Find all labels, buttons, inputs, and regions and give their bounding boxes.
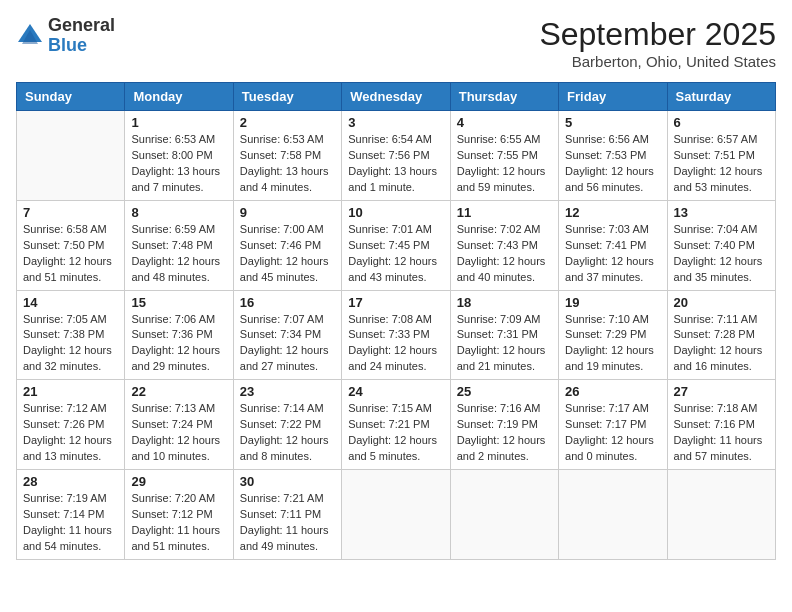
day-number: 20 bbox=[674, 295, 769, 310]
calendar-cell: 12Sunrise: 7:03 AMSunset: 7:41 PMDayligh… bbox=[559, 200, 667, 290]
day-info: Sunrise: 7:02 AMSunset: 7:43 PMDaylight:… bbox=[457, 222, 552, 286]
daylight-text: Daylight: 12 hours and 27 minutes. bbox=[240, 344, 329, 372]
month-title: September 2025 bbox=[539, 16, 776, 53]
sunrise-text: Sunrise: 7:07 AM bbox=[240, 313, 324, 325]
daylight-text: Daylight: 12 hours and 59 minutes. bbox=[457, 165, 546, 193]
day-number: 29 bbox=[131, 474, 226, 489]
day-info: Sunrise: 7:01 AMSunset: 7:45 PMDaylight:… bbox=[348, 222, 443, 286]
daylight-text: Daylight: 12 hours and 35 minutes. bbox=[674, 255, 763, 283]
day-info: Sunrise: 7:06 AMSunset: 7:36 PMDaylight:… bbox=[131, 312, 226, 376]
day-info: Sunrise: 6:53 AMSunset: 8:00 PMDaylight:… bbox=[131, 132, 226, 196]
daylight-text: Daylight: 11 hours and 57 minutes. bbox=[674, 434, 763, 462]
calendar-cell bbox=[342, 470, 450, 560]
calendar-cell: 2Sunrise: 6:53 AMSunset: 7:58 PMDaylight… bbox=[233, 111, 341, 201]
calendar-cell: 11Sunrise: 7:02 AMSunset: 7:43 PMDayligh… bbox=[450, 200, 558, 290]
sunrise-text: Sunrise: 7:03 AM bbox=[565, 223, 649, 235]
calendar-cell: 18Sunrise: 7:09 AMSunset: 7:31 PMDayligh… bbox=[450, 290, 558, 380]
weekday-header-sunday: Sunday bbox=[17, 83, 125, 111]
sunrise-text: Sunrise: 6:53 AM bbox=[240, 133, 324, 145]
sunrise-text: Sunrise: 7:15 AM bbox=[348, 402, 432, 414]
sunset-text: Sunset: 7:12 PM bbox=[131, 508, 212, 520]
sunset-text: Sunset: 7:46 PM bbox=[240, 239, 321, 251]
sunset-text: Sunset: 7:56 PM bbox=[348, 149, 429, 161]
calendar-cell: 5Sunrise: 6:56 AMSunset: 7:53 PMDaylight… bbox=[559, 111, 667, 201]
calendar-cell: 13Sunrise: 7:04 AMSunset: 7:40 PMDayligh… bbox=[667, 200, 775, 290]
sunset-text: Sunset: 7:21 PM bbox=[348, 418, 429, 430]
sunset-text: Sunset: 7:43 PM bbox=[457, 239, 538, 251]
day-info: Sunrise: 7:11 AMSunset: 7:28 PMDaylight:… bbox=[674, 312, 769, 376]
sunset-text: Sunset: 7:53 PM bbox=[565, 149, 646, 161]
location-text: Barberton, Ohio, United States bbox=[539, 53, 776, 70]
day-info: Sunrise: 7:04 AMSunset: 7:40 PMDaylight:… bbox=[674, 222, 769, 286]
calendar-cell: 15Sunrise: 7:06 AMSunset: 7:36 PMDayligh… bbox=[125, 290, 233, 380]
calendar-cell bbox=[559, 470, 667, 560]
day-number: 19 bbox=[565, 295, 660, 310]
daylight-text: Daylight: 13 hours and 7 minutes. bbox=[131, 165, 220, 193]
calendar-cell: 24Sunrise: 7:15 AMSunset: 7:21 PMDayligh… bbox=[342, 380, 450, 470]
sunrise-text: Sunrise: 6:56 AM bbox=[565, 133, 649, 145]
calendar-table: SundayMondayTuesdayWednesdayThursdayFrid… bbox=[16, 82, 776, 560]
day-info: Sunrise: 6:54 AMSunset: 7:56 PMDaylight:… bbox=[348, 132, 443, 196]
day-info: Sunrise: 7:03 AMSunset: 7:41 PMDaylight:… bbox=[565, 222, 660, 286]
daylight-text: Daylight: 12 hours and 56 minutes. bbox=[565, 165, 654, 193]
daylight-text: Daylight: 12 hours and 53 minutes. bbox=[674, 165, 763, 193]
day-number: 26 bbox=[565, 384, 660, 399]
weekday-header-wednesday: Wednesday bbox=[342, 83, 450, 111]
sunrise-text: Sunrise: 7:16 AM bbox=[457, 402, 541, 414]
week-row-3: 14Sunrise: 7:05 AMSunset: 7:38 PMDayligh… bbox=[17, 290, 776, 380]
sunrise-text: Sunrise: 7:11 AM bbox=[674, 313, 758, 325]
daylight-text: Daylight: 12 hours and 32 minutes. bbox=[23, 344, 112, 372]
sunset-text: Sunset: 7:38 PM bbox=[23, 328, 104, 340]
day-number: 24 bbox=[348, 384, 443, 399]
daylight-text: Daylight: 12 hours and 2 minutes. bbox=[457, 434, 546, 462]
sunset-text: Sunset: 7:55 PM bbox=[457, 149, 538, 161]
calendar-cell: 9Sunrise: 7:00 AMSunset: 7:46 PMDaylight… bbox=[233, 200, 341, 290]
sunset-text: Sunset: 7:34 PM bbox=[240, 328, 321, 340]
sunset-text: Sunset: 7:51 PM bbox=[674, 149, 755, 161]
sunrise-text: Sunrise: 6:54 AM bbox=[348, 133, 432, 145]
sunrise-text: Sunrise: 7:21 AM bbox=[240, 492, 324, 504]
daylight-text: Daylight: 12 hours and 16 minutes. bbox=[674, 344, 763, 372]
daylight-text: Daylight: 11 hours and 54 minutes. bbox=[23, 524, 112, 552]
sunset-text: Sunset: 7:29 PM bbox=[565, 328, 646, 340]
day-info: Sunrise: 6:59 AMSunset: 7:48 PMDaylight:… bbox=[131, 222, 226, 286]
day-number: 2 bbox=[240, 115, 335, 130]
calendar-cell bbox=[450, 470, 558, 560]
calendar-cell: 28Sunrise: 7:19 AMSunset: 7:14 PMDayligh… bbox=[17, 470, 125, 560]
day-number: 4 bbox=[457, 115, 552, 130]
day-info: Sunrise: 6:53 AMSunset: 7:58 PMDaylight:… bbox=[240, 132, 335, 196]
weekday-header-row: SundayMondayTuesdayWednesdayThursdayFrid… bbox=[17, 83, 776, 111]
sunset-text: Sunset: 7:33 PM bbox=[348, 328, 429, 340]
sunset-text: Sunset: 7:24 PM bbox=[131, 418, 212, 430]
day-info: Sunrise: 6:56 AMSunset: 7:53 PMDaylight:… bbox=[565, 132, 660, 196]
week-row-4: 21Sunrise: 7:12 AMSunset: 7:26 PMDayligh… bbox=[17, 380, 776, 470]
daylight-text: Daylight: 12 hours and 37 minutes. bbox=[565, 255, 654, 283]
day-number: 12 bbox=[565, 205, 660, 220]
weekday-header-thursday: Thursday bbox=[450, 83, 558, 111]
day-info: Sunrise: 6:58 AMSunset: 7:50 PMDaylight:… bbox=[23, 222, 118, 286]
sunrise-text: Sunrise: 6:58 AM bbox=[23, 223, 107, 235]
calendar-cell bbox=[17, 111, 125, 201]
calendar-cell: 3Sunrise: 6:54 AMSunset: 7:56 PMDaylight… bbox=[342, 111, 450, 201]
day-info: Sunrise: 6:57 AMSunset: 7:51 PMDaylight:… bbox=[674, 132, 769, 196]
day-info: Sunrise: 7:21 AMSunset: 7:11 PMDaylight:… bbox=[240, 491, 335, 555]
calendar-cell: 17Sunrise: 7:08 AMSunset: 7:33 PMDayligh… bbox=[342, 290, 450, 380]
calendar-cell: 27Sunrise: 7:18 AMSunset: 7:16 PMDayligh… bbox=[667, 380, 775, 470]
week-row-2: 7Sunrise: 6:58 AMSunset: 7:50 PMDaylight… bbox=[17, 200, 776, 290]
sunset-text: Sunset: 7:26 PM bbox=[23, 418, 104, 430]
day-info: Sunrise: 7:16 AMSunset: 7:19 PMDaylight:… bbox=[457, 401, 552, 465]
weekday-header-friday: Friday bbox=[559, 83, 667, 111]
daylight-text: Daylight: 12 hours and 51 minutes. bbox=[23, 255, 112, 283]
day-number: 18 bbox=[457, 295, 552, 310]
day-number: 10 bbox=[348, 205, 443, 220]
day-number: 21 bbox=[23, 384, 118, 399]
sunset-text: Sunset: 7:17 PM bbox=[565, 418, 646, 430]
sunset-text: Sunset: 7:22 PM bbox=[240, 418, 321, 430]
daylight-text: Daylight: 12 hours and 13 minutes. bbox=[23, 434, 112, 462]
title-block: September 2025 Barberton, Ohio, United S… bbox=[539, 16, 776, 70]
calendar-cell: 14Sunrise: 7:05 AMSunset: 7:38 PMDayligh… bbox=[17, 290, 125, 380]
day-info: Sunrise: 7:08 AMSunset: 7:33 PMDaylight:… bbox=[348, 312, 443, 376]
sunrise-text: Sunrise: 7:06 AM bbox=[131, 313, 215, 325]
sunset-text: Sunset: 7:31 PM bbox=[457, 328, 538, 340]
daylight-text: Daylight: 12 hours and 8 minutes. bbox=[240, 434, 329, 462]
